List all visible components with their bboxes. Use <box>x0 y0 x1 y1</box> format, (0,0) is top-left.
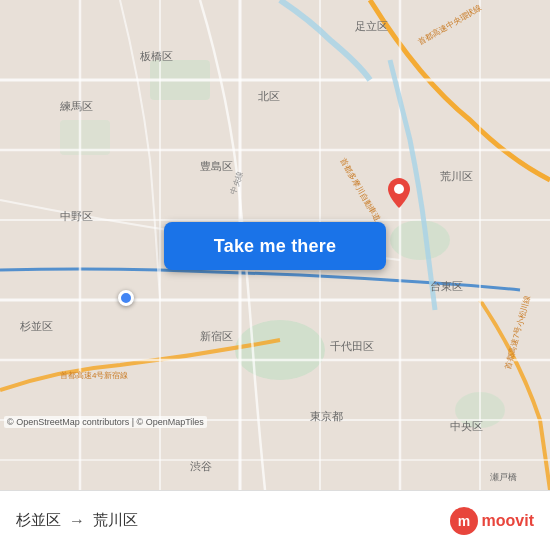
destination-pin <box>388 178 410 208</box>
svg-text:板橋区: 板橋区 <box>139 50 173 62</box>
svg-text:首都高速4号新宿線: 首都高速4号新宿線 <box>60 371 128 380</box>
moovit-logo: m moovit <box>450 507 534 535</box>
svg-point-1 <box>235 320 325 380</box>
svg-text:足立区: 足立区 <box>355 20 388 32</box>
svg-text:渋谷: 渋谷 <box>190 460 212 472</box>
svg-text:北区: 北区 <box>258 90 280 102</box>
svg-text:台東区: 台東区 <box>430 280 463 292</box>
svg-text:新宿区: 新宿区 <box>200 330 233 342</box>
svg-text:杉並区: 杉並区 <box>19 320 53 332</box>
svg-text:東京都: 東京都 <box>310 410 343 422</box>
route-info: 杉並区 → 荒川区 <box>16 511 138 530</box>
svg-text:練馬区: 練馬区 <box>59 100 93 112</box>
route-arrow: → <box>69 512 85 530</box>
bottom-bar: 杉並区 → 荒川区 m moovit <box>0 490 550 550</box>
route-to: 荒川区 <box>93 511 138 530</box>
svg-point-39 <box>394 184 404 194</box>
svg-text:中央区: 中央区 <box>450 420 483 432</box>
svg-text:荒川区: 荒川区 <box>440 170 473 182</box>
map-attribution: © OpenStreetMap contributors | © OpenMap… <box>4 416 207 428</box>
svg-text:千代田区: 千代田区 <box>330 340 374 352</box>
svg-text:豊島区: 豊島区 <box>200 160 233 172</box>
route-from: 杉並区 <box>16 511 61 530</box>
current-location-dot <box>118 290 134 306</box>
moovit-brand-text: moovit <box>482 512 534 530</box>
map-container: 足立区 練馬区 板橋区 北区 豊島区 中野区 杉並区 新宿区 千代田区 東京都 … <box>0 0 550 490</box>
take-me-there-button[interactable]: Take me there <box>164 222 386 270</box>
moovit-icon: m <box>450 507 478 535</box>
svg-text:瀬戸橋: 瀬戸橋 <box>490 472 517 482</box>
svg-text:中野区: 中野区 <box>60 210 93 222</box>
svg-text:m: m <box>457 513 469 529</box>
